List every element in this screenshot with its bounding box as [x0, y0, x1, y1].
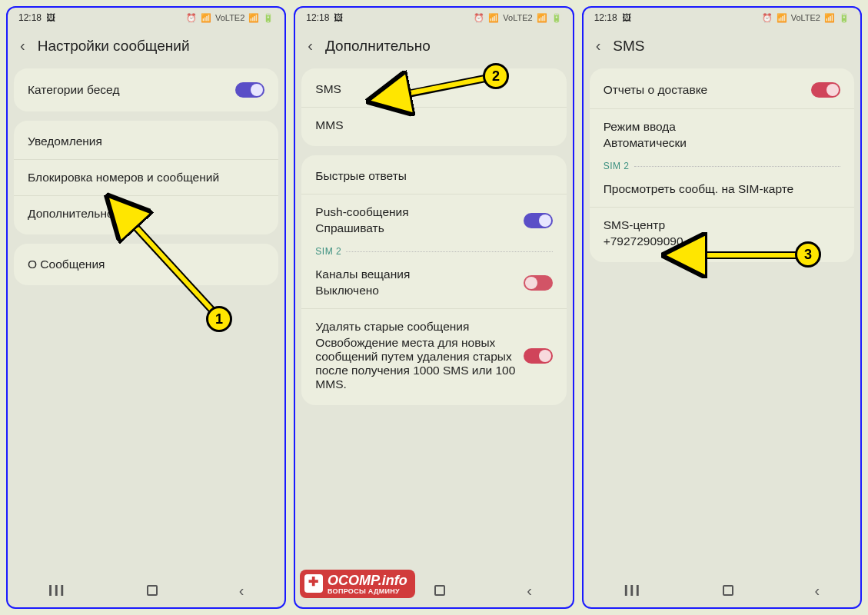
logo-sub: ВОПРОСЫ АДМИНУ: [328, 587, 407, 595]
status-time: 12:18: [18, 12, 42, 23]
screen-title: Настройки сообщений: [38, 38, 190, 55]
row-label: Уведомления: [28, 135, 102, 148]
status-icon: ⏰: [474, 13, 484, 23]
toggle-switch[interactable]: [524, 348, 553, 364]
row-label: SMS: [315, 82, 341, 96]
status-icon: 🔋: [839, 13, 850, 23]
nav-bar: III‹: [8, 573, 284, 607]
status-icon: ⏰: [762, 13, 773, 23]
svg-line-1: [131, 221, 215, 314]
callout-badge-1: 1: [206, 306, 232, 332]
phone-screen-2: 12:18🖼⏰📶VoLTE2📶🔋‹SMSОтчеты о доставкеРеж…: [582, 6, 862, 609]
screen-title: SMS: [613, 38, 644, 55]
image-icon: 🖼: [46, 12, 55, 23]
status-icon: 📶: [537, 13, 547, 23]
toggle-switch[interactable]: [235, 82, 264, 98]
back-icon[interactable]: ‹: [20, 37, 25, 55]
nav-recent-icon[interactable]: III: [624, 582, 641, 600]
toggle-switch[interactable]: [811, 82, 840, 98]
nav-back-icon[interactable]: ‹: [527, 582, 532, 600]
nav-home-icon[interactable]: [434, 585, 445, 596]
status-icon: ⏰: [186, 13, 197, 23]
logo-title: OCOMP.info: [328, 573, 407, 589]
dotted-divider: [346, 251, 552, 252]
nav-bar: III‹: [584, 573, 860, 607]
row-label: Каналы вещания: [315, 268, 410, 281]
sim-section-label: SIM 2: [590, 161, 854, 171]
row-label: О Сообщения: [28, 258, 105, 271]
settings-row[interactable]: Каналы вещанияВыключено: [301, 257, 566, 308]
sim-section-label: SIM 2: [301, 246, 566, 257]
settings-group: Быстрые ответыPush-сообщенияСпрашиватьSI…: [301, 155, 566, 405]
nav-home-icon[interactable]: [147, 585, 158, 596]
image-icon: 🖼: [622, 12, 631, 23]
settings-row[interactable]: MMS: [301, 107, 566, 143]
settings-row[interactable]: Удалять старые сообщенияОсвобождение мес…: [301, 308, 566, 402]
callout-arrow-3: [690, 246, 806, 269]
status-icon: VoLTE2: [503, 13, 532, 22]
row-label: Блокировка номеров и сообщений: [28, 171, 219, 184]
status-icon: 🔋: [263, 13, 274, 23]
back-icon[interactable]: ‹: [308, 37, 313, 55]
row-label: Push-сообщения: [315, 205, 408, 219]
row-sublabel: +79272909090: [604, 234, 683, 248]
nav-back-icon[interactable]: ‹: [239, 582, 244, 600]
status-time: 12:18: [594, 12, 617, 23]
sim-label-text: SIM 2: [604, 161, 630, 171]
status-time: 12:18: [306, 12, 329, 23]
status-icon: VoLTE2: [791, 13, 820, 22]
settings-group: Категории бесед: [14, 68, 278, 111]
back-icon[interactable]: ‹: [596, 37, 601, 55]
settings-row[interactable]: Отчеты о доставке: [590, 71, 854, 108]
status-bar: 12:18🖼⏰📶VoLTE2📶🔋: [8, 8, 284, 28]
settings-row[interactable]: Уведомления: [14, 124, 278, 159]
nav-back-icon[interactable]: ‹: [814, 582, 820, 600]
site-logo: OCOMP.info ВОПРОСЫ АДМИНУ: [300, 570, 415, 598]
row-label: Дополнительно: [28, 207, 114, 221]
callout-badge-2: 2: [483, 63, 509, 89]
svg-line-3: [402, 78, 485, 95]
row-sublabel: Спрашивать: [315, 221, 408, 235]
settings-row[interactable]: Блокировка номеров и сообщений: [14, 159, 278, 195]
sim-label-text: SIM 2: [315, 246, 341, 257]
status-icon: 📶: [488, 13, 499, 23]
row-label: MMS: [315, 118, 343, 132]
toggle-switch[interactable]: [524, 213, 553, 228]
status-bar: 12:18🖼⏰📶VoLTE2📶🔋: [584, 8, 860, 28]
status-icon: 📶: [201, 13, 211, 23]
row-label: Категории бесед: [28, 83, 119, 97]
row-label: Быстрые ответы: [315, 169, 407, 183]
row-label: Удалять старые сообщения: [315, 320, 523, 334]
screen-header: ‹Настройки сообщений: [8, 28, 284, 68]
status-bar: 12:18🖼⏰📶VoLTE2📶🔋: [295, 8, 572, 28]
image-icon: 🖼: [334, 12, 343, 23]
toggle-switch[interactable]: [524, 275, 553, 291]
settings-row[interactable]: Режим вводаАвтоматически: [590, 108, 854, 161]
row-sublabel: Выключено: [315, 284, 410, 298]
status-icon: 📶: [824, 13, 835, 23]
status-icon: 📶: [777, 13, 787, 23]
callout-badge-3: 3: [795, 241, 821, 268]
nav-home-icon[interactable]: [723, 585, 733, 596]
status-icon: 🔋: [551, 13, 562, 23]
screen-title: Дополнительно: [325, 38, 431, 55]
status-icon: VoLTE2: [215, 13, 244, 22]
row-label: Режим ввода: [604, 120, 687, 134]
settings-row[interactable]: Категории бесед: [14, 71, 278, 108]
settings-row[interactable]: Просмотреть сообщ. на SIM-карте: [590, 171, 854, 207]
settings-row[interactable]: Push-сообщенияСпрашивать: [301, 194, 566, 246]
screen-header: ‹SMS: [584, 28, 860, 68]
row-sublabel: Автоматически: [604, 136, 687, 150]
settings-row[interactable]: Быстрые ответы: [301, 158, 566, 194]
row-label: Просмотреть сообщ. на SIM-карте: [604, 182, 794, 196]
row-label: Отчеты о доставке: [604, 83, 708, 97]
row-label: SMS-центр: [604, 218, 683, 232]
settings-group: Отчеты о доставкеРежим вводаАвтоматическ…: [590, 68, 854, 262]
row-hint: Освобождение места для новых сообщений п…: [315, 336, 523, 391]
dotted-divider: [634, 166, 840, 167]
screen-header: ‹Дополнительно: [295, 28, 572, 68]
status-icon: 📶: [248, 13, 259, 23]
nav-recent-icon[interactable]: III: [48, 582, 66, 600]
